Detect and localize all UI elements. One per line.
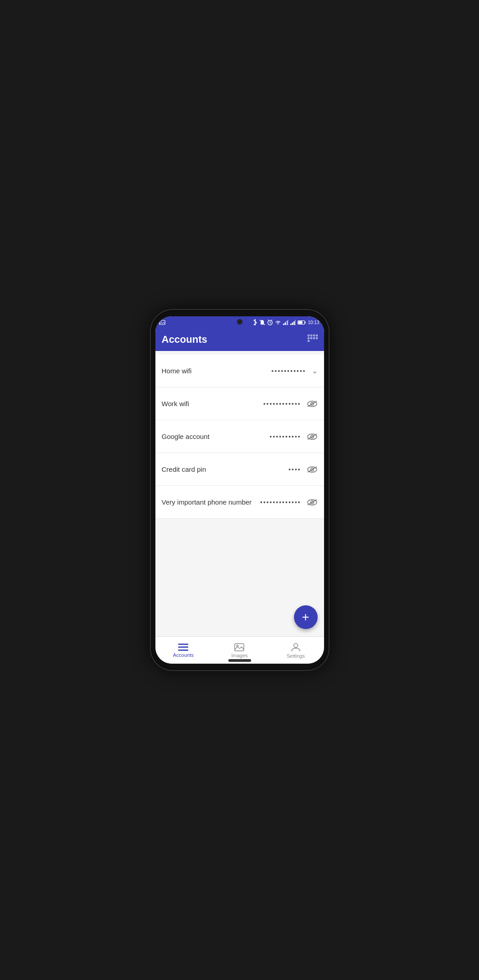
app-bar: Accounts bbox=[155, 328, 324, 351]
account-name: Home wifi bbox=[162, 366, 272, 376]
svg-rect-35 bbox=[180, 646, 188, 648]
svg-line-6 bbox=[268, 320, 269, 320]
svg-rect-10 bbox=[286, 321, 288, 325]
list-icon bbox=[178, 643, 188, 651]
nav-images[interactable]: Images bbox=[211, 641, 268, 660]
account-row[interactable]: Credit card pin•••• bbox=[155, 453, 324, 486]
signal1-icon bbox=[283, 320, 288, 325]
svg-rect-14 bbox=[294, 321, 295, 325]
status-bar-right: 10:13 bbox=[253, 319, 319, 325]
image-status-icon bbox=[159, 320, 165, 325]
muted-icon bbox=[259, 320, 265, 325]
svg-point-1 bbox=[160, 321, 161, 322]
accounts-list: Home wifi•••••••••••⌄Work wifi••••••••••… bbox=[155, 355, 324, 519]
svg-point-37 bbox=[178, 643, 180, 645]
nav-settings-label: Settings bbox=[287, 653, 305, 659]
account-row[interactable]: Google account•••••••••• bbox=[155, 420, 324, 453]
account-name: Work wifi bbox=[162, 399, 263, 408]
add-icon: + bbox=[302, 610, 309, 624]
visibility-toggle-icon[interactable] bbox=[307, 465, 318, 474]
person-icon bbox=[291, 642, 300, 652]
svg-rect-18 bbox=[299, 321, 303, 324]
account-name: Google account bbox=[162, 432, 270, 441]
svg-rect-9 bbox=[285, 322, 286, 325]
page-title: Accounts bbox=[162, 334, 207, 346]
svg-rect-11 bbox=[288, 320, 289, 325]
accounts-content: Home wifi•••••••••••⌄Work wifi••••••••••… bbox=[155, 351, 324, 636]
svg-line-5 bbox=[270, 323, 272, 324]
svg-rect-17 bbox=[305, 321, 306, 323]
account-password-dots: ••••••••••••• bbox=[260, 499, 301, 506]
nav-settings[interactable]: Settings bbox=[268, 640, 324, 660]
svg-point-42 bbox=[294, 643, 298, 647]
signal2-icon bbox=[290, 320, 296, 325]
svg-rect-15 bbox=[295, 320, 296, 325]
nav-accounts[interactable]: Accounts bbox=[155, 641, 211, 660]
phone-shell: 10:13 Accounts Home wifi•••••••••••⌄Work… bbox=[151, 310, 329, 670]
svg-line-7 bbox=[272, 320, 273, 320]
svg-rect-34 bbox=[180, 644, 188, 645]
account-name: Very important phone number bbox=[162, 498, 260, 507]
nav-images-label: Images bbox=[231, 653, 247, 658]
chevron-down-icon[interactable]: ⌄ bbox=[312, 366, 318, 375]
account-password-dots: ••••••••••• bbox=[272, 367, 306, 375]
visibility-toggle-icon[interactable] bbox=[307, 433, 318, 441]
svg-rect-36 bbox=[180, 650, 188, 651]
svg-rect-8 bbox=[283, 324, 284, 325]
alarm-icon bbox=[267, 320, 273, 325]
bluetooth-icon bbox=[253, 319, 258, 325]
status-bar-left bbox=[159, 320, 165, 325]
account-row[interactable]: Work wifi•••••••••••• bbox=[155, 387, 324, 420]
svg-rect-13 bbox=[292, 322, 294, 325]
visibility-toggle-icon[interactable] bbox=[307, 498, 318, 506]
svg-rect-40 bbox=[235, 644, 244, 651]
time-display: 10:13 bbox=[308, 320, 319, 325]
account-row[interactable]: Very important phone number••••••••••••• bbox=[155, 486, 324, 519]
image-icon bbox=[234, 643, 244, 652]
account-password-dots: •••••••••• bbox=[269, 433, 301, 440]
visibility-toggle-icon[interactable] bbox=[307, 400, 318, 408]
battery-icon bbox=[298, 320, 306, 325]
svg-rect-12 bbox=[290, 324, 292, 325]
svg-point-39 bbox=[178, 649, 180, 650]
wifi-icon bbox=[275, 320, 281, 325]
account-name: Credit card pin bbox=[162, 465, 288, 474]
account-password-dots: •••• bbox=[288, 466, 301, 473]
grid-menu-icon[interactable] bbox=[308, 335, 318, 345]
account-row[interactable]: Home wifi•••••••••••⌄ bbox=[155, 355, 324, 387]
account-password-dots: •••••••••••• bbox=[263, 400, 301, 407]
svg-point-38 bbox=[178, 646, 180, 648]
svg-rect-0 bbox=[160, 320, 165, 325]
status-bar: 10:13 bbox=[155, 316, 324, 328]
add-account-button[interactable]: + bbox=[294, 605, 318, 629]
phone-screen: 10:13 Accounts Home wifi•••••••••••⌄Work… bbox=[155, 316, 324, 664]
nav-accounts-label: Accounts bbox=[173, 652, 194, 658]
bottom-nav: Accounts Images Settings bbox=[155, 636, 324, 664]
